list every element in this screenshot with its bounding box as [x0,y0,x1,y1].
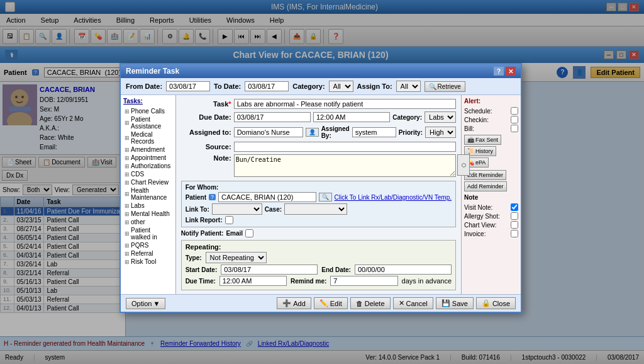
visit-note-checkbox[interactable] [511,203,518,211]
source-input[interactable] [234,142,456,152]
note-expand-btn[interactable]: ⬡ [457,154,470,176]
add-icon: ➕ [282,299,291,307]
invoice-checkbox[interactable] [511,230,518,237]
bill-checkbox[interactable] [511,125,518,132]
reminder-task-dialog: Reminder Task ? ✕ From Date: To Date: Ca… [119,63,522,313]
close-action-btn[interactable]: 🔒 Close [476,297,516,309]
due-date-label: Due Date: [181,113,231,121]
tree-item[interactable]: ⊞Patient Assistance [123,115,173,130]
tree-expand-icon: ⊞ [125,242,130,249]
due-date-input[interactable] [234,112,311,122]
repeating-dates-row: Start Date: End Date: [186,264,452,275]
tree-item[interactable]: ⊞Amendment [123,145,173,154]
patient-fw-input[interactable] [218,192,316,202]
dialog-retrieve-icon: 🔍 [429,83,436,90]
save-action-btn[interactable]: 💾 Save [436,297,474,309]
dialog-retrieve-btn[interactable]: 🔍 Retrieve [425,81,465,92]
tree-item-label: Patient walked in [131,227,172,241]
end-date-input[interactable] [355,264,452,275]
tree-item[interactable]: ⊞Medical Records [123,130,173,145]
tree-item[interactable]: ⊞Appointment [123,154,173,162]
add-action-btn[interactable]: ➕ Add [277,297,311,309]
tree-item-label: Phone Calls [131,108,165,115]
tree-item[interactable]: ⊞Phone Calls [123,107,173,115]
delete-action-btn[interactable]: 🗑 Delete [350,297,391,309]
tree-item-label: Authorizations [131,162,170,169]
link-report-checkbox[interactable] [225,216,233,224]
allergy-shot-row: Allergy Shot: [464,212,518,220]
tree-item[interactable]: ⊞PQRS [123,241,173,249]
invoice-label: Invoice: [464,230,508,237]
edit-reminder-btn[interactable]: Edit Reminder [464,170,506,180]
cancel-action-btn[interactable]: ✕ Cancel [393,297,433,309]
chart-view-checkbox[interactable] [511,221,518,229]
schedule-checkbox[interactable] [511,107,518,115]
assigned-by-input[interactable] [352,127,396,137]
fax-sent-btn[interactable]: 📠 Fax Sent [464,135,501,145]
for-whom-section: For Whom: Patient ? 🔍 Click To Link Rx/L… [181,181,456,227]
patient-search-btn[interactable]: 🔍 [319,193,332,202]
allergy-shot-checkbox[interactable] [511,212,518,220]
tree-item-label: Patient Assistance [131,116,172,130]
checkin-checkbox[interactable] [511,116,518,123]
tree-item[interactable]: ⊞Authorizations [123,162,173,170]
action-buttons: ➕ Add ✏️ Edit 🗑 Delete ✕ Cancel 💾 Sa [277,297,516,309]
priority-select[interactable]: High [425,127,456,138]
dialog-close-btn[interactable]: ✕ [506,67,516,76]
start-date-label: Start Date: [186,266,218,273]
tree-item[interactable]: ⊞Patient walked in [123,226,173,241]
option-button[interactable]: Option ▼ [126,298,165,309]
task-input[interactable] [234,99,456,109]
tree-item[interactable]: ⊞Risk Tool [123,258,173,266]
tree-expand-icon: ⊞ [125,230,130,237]
tree-item[interactable]: ⊞Chart Review [123,178,173,186]
from-date-input[interactable] [166,81,210,91]
fax-icon: 📠 [467,137,474,143]
note-textarea[interactable]: Bun/Creatine [234,154,456,177]
remind-me-input[interactable] [330,276,397,286]
due-time-input[interactable] [313,112,390,122]
tasks-tree-panel: Tasks: ⊞Phone Calls⊞Patient Assistance⊞M… [121,95,176,294]
assigned-to-btn[interactable]: 👤 [306,128,319,137]
tree-item[interactable]: ⊞CDS [123,170,173,178]
note-label: Note: [181,154,231,162]
dialog-body: Tasks: ⊞Phone Calls⊞Patient Assistance⊞M… [121,95,521,294]
patient-fw-question[interactable]: ? [209,194,216,200]
due-time-field[interactable] [219,276,287,286]
category-filter-select[interactable]: All [329,81,353,92]
click-to-link[interactable]: Click To Link Rx/Lab/Diagnostic/VN Temp. [335,194,452,201]
repeating-section: Repeating: Type: Not Repeating Start Dat… [181,240,456,290]
assign-to-filter-select[interactable]: All [396,81,421,92]
option-label: Option [131,300,152,307]
type-select[interactable]: Not Repeating [206,252,267,263]
tree-item[interactable]: ⊞Referral [123,249,173,258]
tree-item[interactable]: ⊞other [123,218,173,226]
edit-action-btn[interactable]: ✏️ Edit [314,297,348,309]
tree-item[interactable]: ⊞Health Maintenance [123,186,173,202]
assign-to-filter-label: Assign To: [357,82,392,90]
case-select[interactable] [284,203,347,215]
notify-email-checkbox[interactable] [245,229,253,237]
task-field-label: Task [181,100,231,108]
chart-view-row: Chart View: [464,221,518,229]
add-reminder-btn[interactable]: Add Reminder [464,181,507,191]
note-row: Note: Bun/Creatine ⬡ [181,154,456,178]
tree-item[interactable]: ⊞Labs [123,202,173,210]
epa-label: ePA [475,159,486,166]
category-form-select[interactable]: Labs [425,111,456,123]
to-date-input[interactable] [245,81,289,91]
dialog-header: Reminder Task ? ✕ [121,64,521,78]
save-icon: 💾 [441,299,450,307]
link-to-select[interactable] [212,203,262,215]
modal-overlay: Reminder Task ? ✕ From Date: To Date: Ca… [0,0,644,364]
start-date-input[interactable] [221,264,318,275]
tree-expand-icon: ⊞ [125,171,130,178]
delete-icon: 🗑 [356,300,363,307]
patient-fw-label: Patient [186,194,206,201]
tree-item[interactable]: ⊞Mental Health [123,210,173,218]
tree-item-label: Amendment [131,146,165,153]
dialog-help-btn[interactable]: ? [494,67,504,76]
assigned-to-input[interactable] [234,127,303,137]
fax-sent-label: Fax Sent [475,137,498,143]
repeating-title: Repeating: [186,243,452,251]
